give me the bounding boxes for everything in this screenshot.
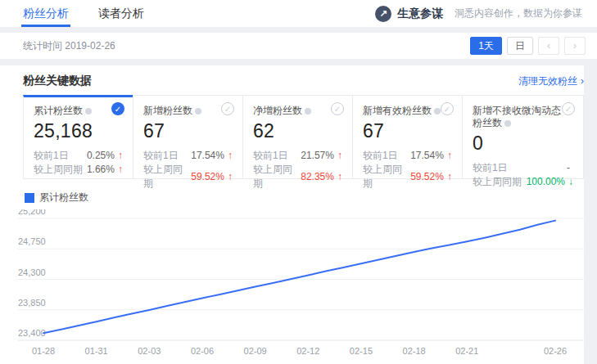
arrow-up-icon: ↑ [447, 149, 452, 163]
page-background-strip [584, 65, 597, 364]
y-axis-tick-label: 25,200 [18, 209, 46, 216]
x-axis-tick-label: 02-26 [544, 346, 567, 356]
tab-fan-analysis[interactable]: 粉丝分析 [23, 0, 69, 27]
compass-logo-icon: ↗ [375, 6, 391, 22]
arrow-up-icon: ↑ [337, 170, 342, 184]
top-navigation-bar: 粉丝分析 读者分析 ↗ 生意参谋 洞悉内容创作，数据为你参谋 [0, 0, 597, 27]
card-title: 新增粉丝数 [143, 105, 233, 117]
clean-invalid-fans-link[interactable]: 清理无效粉丝› [518, 74, 584, 88]
x-axis-tick-label: 02-03 [138, 346, 161, 356]
series-line-累计粉丝数 [43, 221, 555, 334]
card-title: 累计粉丝数 [34, 105, 123, 117]
y-axis-tick-label: 24,750 [18, 236, 46, 246]
card-value: 0 [473, 133, 573, 155]
x-axis-tick-label: 01-28 [32, 346, 55, 356]
info-dot-icon[interactable] [504, 120, 511, 127]
card-value: 67 [363, 120, 452, 142]
fan-key-data-panel: 粉丝关键数据 清理无效粉丝› ✓ 累计粉丝数 25,168 较前1日0.25%↑… [0, 65, 597, 364]
brand-name: 生意参谋 [397, 7, 443, 21]
section-divider [0, 59, 597, 65]
nav-tabs: 粉丝分析 读者分析 [23, 0, 144, 27]
check-circle-icon[interactable]: ✓ [111, 102, 124, 115]
x-axis-tick-label: 02-21 [455, 346, 478, 356]
x-axis-tick-label: 02-18 [403, 346, 426, 356]
card-compare-row: 较上周同期82.35%↑ [253, 163, 342, 191]
kpi-card[interactable]: ✓ 新增粉丝数 67 较前1日17.54%↑较上周同期59.52%↑ [133, 95, 243, 179]
kpi-card[interactable]: ✓ 新增有效粉丝数 67 较前1日17.54%↑较上周同期59.52%↑ [352, 95, 463, 179]
arrow-down-icon: ↓ [568, 175, 573, 189]
date-toolbar: 统计时间 2019-02-26 1天 日 ‹ › [0, 33, 597, 59]
kpi-card[interactable]: ✓ 新增不接收微淘动态粉丝数 0 较前1日-较上周同期100.00%↓ [462, 95, 584, 179]
info-dot-icon[interactable] [195, 108, 201, 115]
brand-area[interactable]: ↗ 生意参谋 洞悉内容创作，数据为你参谋 [375, 0, 597, 27]
card-title: 新增不接收微淘动态粉丝数 [473, 105, 573, 129]
y-axis-tick-label: 23,850 [18, 298, 46, 308]
range-1day-button[interactable]: 1天 [470, 37, 502, 55]
x-axis-tick-label: 02-06 [191, 346, 214, 356]
card-compare-row: 较上周同期59.52%↑ [363, 163, 452, 191]
y-axis-tick-label: 24,300 [18, 267, 46, 277]
day-picker-button[interactable]: 日 [507, 37, 533, 55]
kpi-card[interactable]: ✓ 累计粉丝数 25,168 较前1日0.25%↑较上周同期1.66%↑ [23, 95, 133, 179]
kpi-cards-row: ✓ 累计粉丝数 25,168 较前1日0.25%↑较上周同期1.66%↑ ✓ 新… [23, 95, 584, 179]
card-compare-row: 较前1日17.54%↑ [143, 149, 233, 163]
section-divider [0, 27, 597, 33]
arrow-up-icon: ↑ [447, 170, 452, 184]
legend-swatch-icon [25, 193, 34, 203]
prev-day-button[interactable]: ‹ [538, 37, 559, 55]
legend-item-cumulative-fans[interactable]: 累计粉丝数 [25, 191, 585, 204]
card-title: 净增粉丝数 [253, 105, 342, 117]
next-day-button[interactable]: › [564, 37, 586, 55]
card-compare-row: 较前1日17.54%↑ [363, 149, 452, 163]
date-range-controls: 1天 日 ‹ › [470, 37, 586, 55]
arrow-up-icon: ↑ [228, 170, 233, 184]
card-value: 25,168 [34, 120, 123, 142]
info-dot-icon[interactable] [85, 108, 92, 115]
arrow-up-icon: ↑ [228, 149, 233, 163]
check-circle-icon[interactable]: ✓ [562, 102, 575, 115]
card-compare-row: 较上周同期100.00%↓ [473, 175, 573, 189]
tab-reader-analysis[interactable]: 读者分析 [98, 0, 144, 27]
check-circle-icon[interactable]: ✓ [331, 102, 344, 115]
arrow-up-icon: ↑ [118, 149, 123, 163]
y-axis-tick-label: 23,400 [18, 328, 46, 338]
x-axis-tick-label: 02-15 [350, 346, 373, 356]
line-chart-canvas[interactable]: 23,40023,85024,30024,75025,20001-2801-31… [18, 209, 585, 364]
arrow-up-icon: ↑ [118, 163, 123, 177]
card-compare-row: 较上周同期59.52%↑ [143, 163, 233, 191]
card-value: 62 [253, 120, 342, 142]
brand-slogan: 洞悉内容创作，数据为你参谋 [455, 7, 582, 20]
card-title: 新增有效粉丝数 [363, 105, 452, 117]
cumulative-fans-chart: 累计粉丝数 23,40023,85024,30024,75025,20001-2… [18, 191, 585, 364]
kpi-card[interactable]: ✓ 净增粉丝数 62 较前1日21.57%↑较上周同期82.35%↑ [242, 95, 353, 179]
legend-label: 累计粉丝数 [39, 191, 88, 204]
card-value: 67 [143, 120, 233, 142]
x-axis-tick-label: 02-09 [244, 346, 267, 356]
info-dot-icon[interactable] [305, 108, 311, 115]
card-compare-row: 较前1日- [473, 161, 573, 175]
card-compare-row: 较前1日0.25%↑ [34, 149, 123, 163]
check-circle-icon[interactable]: ✓ [441, 102, 454, 115]
arrow-up-icon: ↑ [337, 149, 342, 163]
x-axis-tick-label: 01-31 [85, 346, 108, 356]
info-dot-icon[interactable] [434, 108, 441, 115]
card-compare-row: 较上周同期1.66%↑ [34, 163, 123, 177]
stat-time-text: 统计时间 2019-02-26 [23, 39, 115, 53]
x-axis-tick-label: 02-12 [296, 346, 319, 356]
check-circle-icon[interactable]: ✓ [221, 102, 234, 115]
card-compare-row: 较前1日21.57%↑ [253, 149, 342, 163]
section-title: 粉丝关键数据 [23, 74, 92, 88]
